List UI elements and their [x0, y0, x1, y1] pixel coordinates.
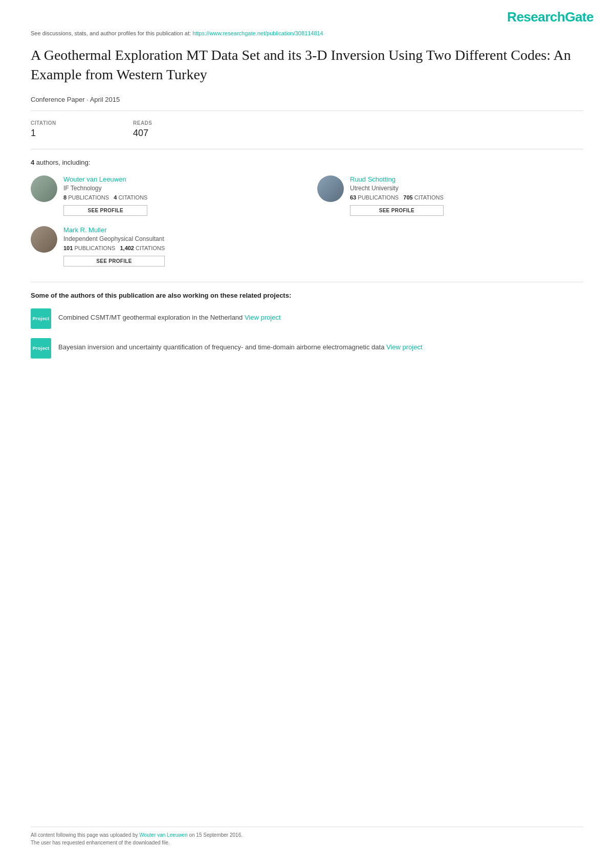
author-info-1: Wouter van Leeuwen IF Technology 8 PUBLI…	[63, 175, 147, 216]
paper-type: Conference Paper · April 2015	[31, 96, 583, 103]
reads-stat: READS 407	[133, 120, 235, 139]
author-card-3: Mark R. Muller Independent Geophysical C…	[31, 226, 297, 266]
author-name-2[interactable]: Ruud Schotting	[350, 175, 444, 183]
project-item-2: Project Bayesian inversion and uncertain…	[31, 338, 583, 359]
author-affiliation-2: Utrecht University	[350, 185, 444, 192]
author-affiliation-3: Independent Geophysical Consultant	[63, 235, 165, 242]
citation-label: CITATION	[31, 120, 133, 126]
related-projects-section: Some of the authors of this publication …	[31, 292, 583, 359]
divider-projects	[31, 282, 583, 282]
footer-divider	[31, 827, 583, 827]
citation-stat: CITATION 1	[31, 120, 133, 139]
footer: All content following this page was uplo…	[31, 827, 583, 848]
author-info-2: Ruud Schotting Utrecht University 63 PUB…	[350, 175, 444, 216]
project-link-2[interactable]: View project	[386, 343, 423, 351]
author-stats-2: 63 PUBLICATIONS 705 CITATIONS	[350, 194, 444, 201]
author-card-1: Wouter van Leeuwen IF Technology 8 PUBLI…	[31, 175, 297, 216]
project-icon-1: Project	[31, 308, 51, 329]
researchgate-logo: ResearchGate	[507, 9, 594, 25]
author-stats-1: 8 PUBLICATIONS 4 CITATIONS	[63, 194, 147, 201]
project-icon-label-1: Project	[33, 316, 50, 321]
project-icon-2: Project	[31, 338, 51, 359]
author-affiliation-1: IF Technology	[63, 185, 147, 192]
project-text-1: Combined CSMT/MT geothermal exploration …	[58, 308, 281, 323]
divider-stats	[31, 110, 583, 111]
reads-value: 407	[133, 128, 235, 139]
stats-row: CITATION 1 READS 407	[31, 120, 583, 139]
author-card-2: Ruud Schotting Utrecht University 63 PUB…	[317, 175, 583, 216]
top-notice: See discussions, stats, and author profi…	[31, 30, 583, 36]
footer-enhancement-text: The user has requested enhancement of th…	[31, 840, 583, 845]
citation-value: 1	[31, 128, 133, 139]
reads-label: READS	[133, 120, 235, 126]
authors-grid: Wouter van Leeuwen IF Technology 8 PUBLI…	[31, 175, 583, 266]
author-name-1[interactable]: Wouter van Leeuwen	[63, 175, 147, 183]
avatar-2	[317, 175, 344, 202]
avatar-1	[31, 175, 57, 202]
see-profile-btn-2[interactable]: SEE PROFILE	[350, 205, 444, 216]
see-profile-btn-3[interactable]: SEE PROFILE	[63, 256, 165, 266]
project-icon-label-2: Project	[33, 346, 50, 351]
footer-uploader-link[interactable]: Wouter van Leeuwen	[139, 832, 187, 838]
related-projects-heading: Some of the authors of this publication …	[31, 292, 583, 299]
author-name-3[interactable]: Mark R. Muller	[63, 226, 165, 234]
authors-heading: 4 authors, including:	[31, 159, 583, 166]
publication-link[interactable]: https://www.researchgate.net/publication…	[192, 30, 323, 36]
paper-title: A Geothermal Exploration MT Data Set and…	[31, 46, 583, 84]
see-profile-btn-1[interactable]: SEE PROFILE	[63, 205, 147, 216]
divider-authors	[31, 149, 583, 149]
author-info-3: Mark R. Muller Independent Geophysical C…	[63, 226, 165, 266]
project-item-1: Project Combined CSMT/MT geothermal expl…	[31, 308, 583, 329]
avatar-3	[31, 226, 57, 253]
project-text-2: Bayesian inversion and uncertainty quant…	[58, 338, 423, 352]
project-link-1[interactable]: View project	[245, 314, 281, 321]
author-stats-3: 101 PUBLICATIONS 1,402 CITATIONS	[63, 245, 165, 251]
footer-upload-text: All content following this page was uplo…	[31, 832, 583, 838]
